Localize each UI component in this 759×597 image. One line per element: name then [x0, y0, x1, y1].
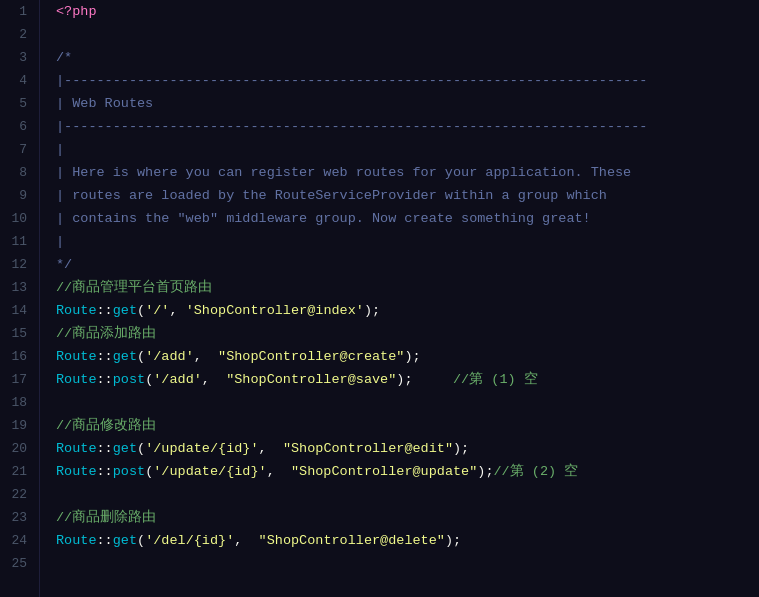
- line-num-11: 11: [8, 230, 27, 253]
- code-line-18: [56, 391, 759, 414]
- line-num-10: 10: [8, 207, 27, 230]
- code-line-20: Route::get('/update/{id}', "ShopControll…: [56, 437, 759, 460]
- line-num-17: 17: [8, 368, 27, 391]
- code-line-24: Route::get('/del/{id}', "ShopController@…: [56, 529, 759, 552]
- line-num-6: 6: [8, 115, 27, 138]
- line-num-14: 14: [8, 299, 27, 322]
- line-num-23: 23: [8, 506, 27, 529]
- line-num-22: 22: [8, 483, 27, 506]
- line-num-15: 15: [8, 322, 27, 345]
- line-num-1: 1: [8, 0, 27, 23]
- line-num-2: 2: [8, 23, 27, 46]
- code-line-22: [56, 483, 759, 506]
- line-num-13: 13: [8, 276, 27, 299]
- code-lines: <?php /* |------------------------------…: [40, 0, 759, 597]
- code-line-2: [56, 23, 759, 46]
- code-line-7: |: [56, 138, 759, 161]
- line-numbers: 1 2 3 4 5 6 7 8 9 10 11 12 13 14 15 16 1…: [0, 0, 40, 597]
- line-num-4: 4: [8, 69, 27, 92]
- code-line-21: Route::post('/update/{id}', "ShopControl…: [56, 460, 759, 483]
- line-num-9: 9: [8, 184, 27, 207]
- code-line-13: //商品管理平台首页路由: [56, 276, 759, 299]
- code-line-4: |---------------------------------------…: [56, 69, 759, 92]
- line-num-18: 18: [8, 391, 27, 414]
- code-line-19: //商品修改路由: [56, 414, 759, 437]
- code-line-8: | Here is where you can register web rou…: [56, 161, 759, 184]
- line-num-8: 8: [8, 161, 27, 184]
- line-num-12: 12: [8, 253, 27, 276]
- code-line-1: <?php: [56, 0, 759, 23]
- code-editor: 1 2 3 4 5 6 7 8 9 10 11 12 13 14 15 16 1…: [0, 0, 759, 597]
- line-num-20: 20: [8, 437, 27, 460]
- code-line-25: [56, 552, 759, 575]
- code-line-3: /*: [56, 46, 759, 69]
- code-line-17: Route::post('/add', "ShopController@save…: [56, 368, 759, 391]
- line-num-3: 3: [8, 46, 27, 69]
- line-num-5: 5: [8, 92, 27, 115]
- code-line-6: |---------------------------------------…: [56, 115, 759, 138]
- code-line-12: */: [56, 253, 759, 276]
- line-num-21: 21: [8, 460, 27, 483]
- code-line-23: //商品删除路由: [56, 506, 759, 529]
- code-line-16: Route::get('/add', "ShopController@creat…: [56, 345, 759, 368]
- code-line-14: Route::get('/', 'ShopController@index');: [56, 299, 759, 322]
- line-num-24: 24: [8, 529, 27, 552]
- code-line-9: | routes are loaded by the RouteServiceP…: [56, 184, 759, 207]
- code-line-5: | Web Routes: [56, 92, 759, 115]
- code-line-10: | contains the "web" middleware group. N…: [56, 207, 759, 230]
- code-line-11: |: [56, 230, 759, 253]
- code-line-15: //商品添加路由: [56, 322, 759, 345]
- line-num-19: 19: [8, 414, 27, 437]
- line-num-7: 7: [8, 138, 27, 161]
- line-num-16: 16: [8, 345, 27, 368]
- code-content: 1 2 3 4 5 6 7 8 9 10 11 12 13 14 15 16 1…: [0, 0, 759, 597]
- line-num-25: 25: [8, 552, 27, 575]
